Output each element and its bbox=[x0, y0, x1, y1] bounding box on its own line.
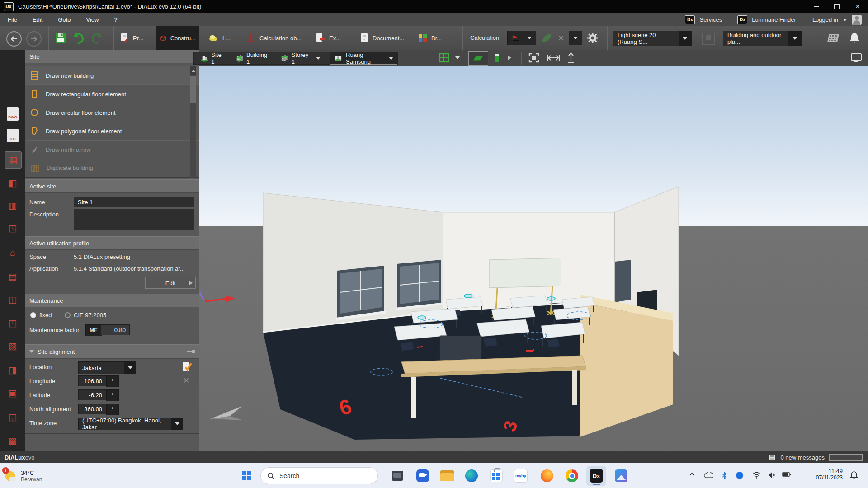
weather-widget[interactable]: 1 34°C Berawan bbox=[4, 466, 42, 486]
doors-tool-icon[interactable]: ▧ bbox=[5, 338, 21, 354]
openings-tool-icon[interactable]: ◳ bbox=[5, 220, 21, 236]
space-dropdown-icon[interactable] bbox=[389, 57, 393, 60]
maintenance-cie-radio[interactable]: CIE 97:2005 bbox=[65, 312, 106, 319]
start-calculation-button[interactable] bbox=[507, 31, 524, 45]
logged-in-chevron-icon[interactable] bbox=[843, 19, 847, 21]
apply-location-icon[interactable] bbox=[182, 361, 192, 372]
scroll-up-button[interactable] bbox=[190, 66, 196, 75]
maximize-button[interactable] bbox=[826, 0, 847, 13]
building-tool-icon[interactable]: ⌂ bbox=[5, 244, 21, 261]
monitor[interactable] bbox=[440, 336, 481, 360]
volume-tray-icon[interactable] bbox=[768, 472, 775, 479]
timezone-select[interactable]: (UTC+07:00) Bangkok, Hanoi, Jakar bbox=[78, 418, 183, 430]
tab-project[interactable]: Pr... bbox=[117, 26, 147, 50]
viewport-3d[interactable]: 6 3 ~ ~ bbox=[199, 66, 868, 451]
next-view-button[interactable] bbox=[505, 51, 514, 65]
materials-tool-icon[interactable]: ▩ bbox=[5, 432, 21, 449]
windows-tool-icon[interactable]: ◰ bbox=[5, 315, 21, 331]
view-3d-button[interactable] bbox=[468, 51, 488, 66]
fit-height-button[interactable] bbox=[564, 51, 578, 64]
zoom-fit-button[interactable] bbox=[526, 51, 542, 65]
dwg-file-icon[interactable]: DWG bbox=[5, 106, 21, 122]
cancel-options-dropdown[interactable] bbox=[569, 31, 582, 45]
tool-draw-rect-floor[interactable]: Draw rectangular floor element bbox=[25, 85, 199, 103]
tab-documentation[interactable]: Document... bbox=[356, 26, 408, 50]
forward-button[interactable] bbox=[26, 31, 42, 47]
plan-view-button[interactable] bbox=[435, 51, 453, 65]
energy-button[interactable] bbox=[541, 33, 552, 43]
notifications-button[interactable] bbox=[849, 32, 860, 44]
longitude-input[interactable]: 106.80 bbox=[78, 375, 106, 386]
chrome-button[interactable] bbox=[562, 466, 582, 486]
tool-draw-new-building[interactable]: Draw new building bbox=[25, 66, 199, 85]
calculation-settings-button[interactable] bbox=[587, 32, 599, 44]
furniture-tool-icon[interactable]: ◱ bbox=[5, 409, 21, 425]
plan-view-dropdown[interactable] bbox=[453, 51, 462, 65]
photos-app-button[interactable] bbox=[611, 466, 631, 486]
tab-export[interactable]: Ex... bbox=[312, 26, 344, 50]
site-description-input[interactable] bbox=[74, 209, 194, 230]
close-button[interactable]: ✕ bbox=[847, 0, 868, 13]
calculator-button[interactable] bbox=[826, 33, 840, 43]
mf-value-input[interactable]: 0.80 bbox=[101, 324, 130, 335]
edge-browser-button[interactable] bbox=[462, 466, 481, 486]
menu-goto[interactable]: Goto bbox=[50, 13, 78, 26]
wifi-tray-icon[interactable] bbox=[752, 472, 761, 479]
tool-draw-polygonal-floor[interactable]: Draw polygonal floor element bbox=[25, 122, 199, 141]
roof-tool-icon[interactable]: ◨ bbox=[5, 362, 21, 378]
menu-view[interactable]: View bbox=[79, 13, 107, 26]
fit-width-button[interactable] bbox=[544, 51, 562, 65]
ceilings-tool-icon[interactable]: ▤ bbox=[5, 268, 21, 285]
services-link[interactable]: Services bbox=[699, 16, 722, 23]
stairs-tool-icon[interactable]: ▣ bbox=[5, 385, 21, 401]
bluetooth-tray-icon[interactable] bbox=[722, 472, 727, 479]
maintenance-fixed-radio[interactable]: fixed bbox=[30, 312, 52, 319]
back-button[interactable] bbox=[6, 31, 22, 47]
tab-construction[interactable]: Constru... bbox=[156, 26, 199, 50]
start-button[interactable] bbox=[237, 466, 257, 486]
light-scene-select[interactable]: Light scene 20 (Ruang S... bbox=[613, 31, 692, 46]
pin-icon[interactable] bbox=[187, 349, 195, 354]
tab-browser[interactable]: Br... bbox=[414, 26, 445, 50]
cancel-calculation-button[interactable]: ✕ bbox=[558, 33, 564, 43]
breadcrumb-building[interactable]: Building 1 bbox=[246, 52, 270, 65]
chat-app-button[interactable] bbox=[413, 466, 433, 486]
clock[interactable]: 11:49 07/11/2023 bbox=[801, 468, 843, 481]
onedrive-tray-icon[interactable] bbox=[703, 472, 713, 479]
dialux-app-button[interactable]: Dx bbox=[586, 466, 606, 486]
redo-button[interactable] bbox=[90, 32, 104, 44]
app-tray-icon[interactable] bbox=[736, 472, 743, 479]
tool-list-scrollbar[interactable] bbox=[190, 66, 196, 178]
vertical-view-button[interactable] bbox=[491, 51, 503, 65]
scrollbar-thumb[interactable] bbox=[190, 76, 196, 103]
calculation-options-dropdown[interactable] bbox=[523, 31, 536, 45]
location-select[interactable]: Jakarta bbox=[78, 361, 136, 374]
construction-mode-icon[interactable]: ▦ bbox=[5, 151, 22, 169]
firefox-button[interactable] bbox=[537, 466, 557, 486]
breadcrumb-storey[interactable]: Storey 1 bbox=[292, 52, 311, 65]
storey-dropdown-icon[interactable] bbox=[316, 57, 321, 60]
file-explorer-button[interactable] bbox=[437, 466, 457, 486]
display-settings-button[interactable] bbox=[848, 51, 864, 65]
latitude-input[interactable]: -6.20 bbox=[78, 389, 106, 400]
edit-profile-button[interactable]: Edit bbox=[145, 277, 196, 289]
menu-help[interactable]: ? bbox=[107, 13, 125, 26]
search-box[interactable]: Search bbox=[260, 467, 378, 484]
walls-tool-icon[interactable]: ◧ bbox=[5, 175, 21, 191]
menu-file[interactable]: File bbox=[0, 13, 25, 26]
tab-calculation-objects[interactable]: Calculation ob... bbox=[242, 26, 305, 50]
columns-tool-icon[interactable]: ◫ bbox=[5, 291, 21, 308]
site-name-input[interactable]: Site 1 bbox=[74, 197, 194, 207]
minimize-button[interactable] bbox=[806, 0, 826, 13]
menu-edit[interactable]: Edit bbox=[25, 13, 50, 26]
store-button[interactable] bbox=[486, 466, 506, 486]
avatar[interactable] bbox=[852, 15, 862, 25]
messages-count[interactable]: 0 new messages bbox=[780, 454, 825, 461]
breadcrumb-site[interactable]: Site 1 bbox=[211, 52, 225, 65]
collapse-chevron-icon[interactable] bbox=[29, 350, 34, 353]
notification-center-button[interactable] bbox=[850, 471, 858, 480]
floor-tool-icon[interactable]: ▥ bbox=[5, 197, 21, 214]
light-scene-editor-icon[interactable] bbox=[702, 33, 715, 45]
battery-tray-icon[interactable] bbox=[782, 472, 791, 477]
wall-panel[interactable] bbox=[615, 260, 631, 302]
